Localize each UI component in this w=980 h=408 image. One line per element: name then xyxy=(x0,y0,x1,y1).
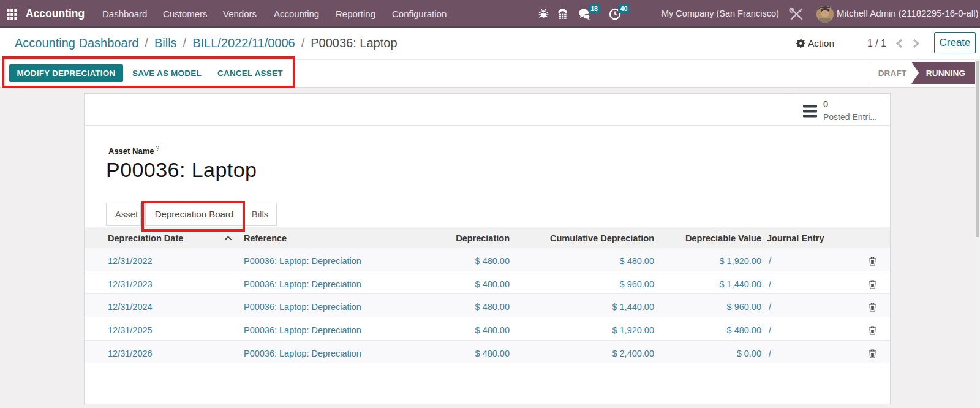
svg-text:RUNNING: RUNNING xyxy=(926,69,965,78)
